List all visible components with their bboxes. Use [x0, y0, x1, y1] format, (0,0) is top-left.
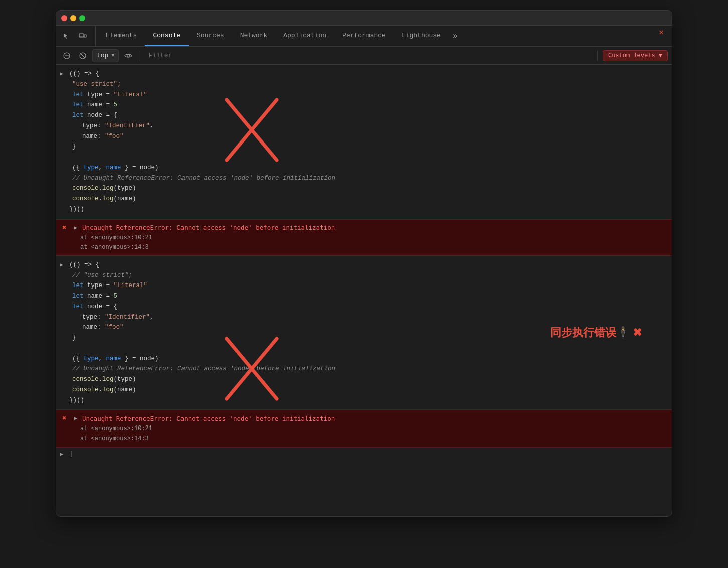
code-line — [56, 152, 672, 163]
code-line: ({ type , name } = node) — [56, 354, 672, 364]
context-dropdown[interactable]: top ▼ — [92, 49, 119, 62]
code-line: type: "Identifier" , — [56, 121, 672, 131]
traffic-lights — [61, 15, 85, 21]
svg-point-7 — [127, 54, 130, 57]
error-icon: ✖ — [62, 223, 70, 233]
chevron-down-icon: ▼ — [111, 53, 114, 58]
svg-line-6 — [81, 54, 85, 58]
error-block-2: ✖ ▶ Uncaught ReferenceError: Cannot acce… — [56, 410, 672, 447]
code-block-2: ▶ (() => { // "use strict"; let type = "… — [56, 256, 672, 410]
block-icon[interactable] — [76, 49, 89, 62]
device-toolbar-icon[interactable] — [76, 30, 89, 43]
error-message-2: Uncaught ReferenceError: Cannot access '… — [82, 414, 335, 424]
more-tabs-button[interactable]: » — [449, 26, 462, 46]
prompt-arrow: ▶ — [60, 451, 66, 457]
title-bar — [56, 11, 672, 26]
code-line: } — [56, 333, 672, 343]
code-line: // "use strict"; — [56, 270, 672, 281]
code-line: name: "foo" — [56, 131, 672, 142]
console-toolbar: top ▼ Custom levels ▼ — [56, 47, 672, 65]
code-line: let type = "Literal" — [56, 280, 672, 291]
tab-lighthouse[interactable]: Lighthouse — [394, 26, 449, 46]
live-expressions-button[interactable] — [122, 49, 135, 62]
code-line: console . log (type) — [56, 183, 672, 194]
devtools-window: Elements Console Sources Network Applica… — [56, 10, 672, 517]
code-line — [56, 343, 672, 354]
custom-levels-button[interactable]: Custom levels ▼ — [603, 50, 668, 61]
code-section-1: ▶ (() => { "use strict"; let type = "Lit… — [56, 65, 672, 219]
code-line: let name = 5 — [56, 291, 672, 302]
tab-sources[interactable]: Sources — [189, 26, 232, 46]
error-expand-arrow-2[interactable]: ▶ — [74, 415, 77, 422]
console-prompt[interactable]: ▶ | — [56, 447, 672, 461]
code-line: console . log (name) — [56, 385, 672, 395]
separator-2 — [597, 51, 598, 61]
error-main-line-1: ✖ ▶ Uncaught ReferenceError: Cannot acce… — [62, 223, 666, 233]
tab-performance[interactable]: Performance — [334, 26, 394, 46]
code-line: } — [56, 141, 672, 152]
code-line: ▶ (() => { — [56, 260, 672, 270]
expand-arrow-2[interactable]: ▶ — [60, 261, 66, 269]
svg-rect-0 — [79, 34, 84, 37]
code-line: // Uncaught ReferenceError: Cannot acces… — [56, 173, 672, 184]
close-devtools-button[interactable]: ✕ — [655, 26, 668, 39]
tab-application[interactable]: Application — [275, 26, 334, 46]
tab-console[interactable]: Console — [145, 26, 189, 46]
error-at-2: at <anonymous>:14:3 — [62, 243, 666, 252]
code-line: ▶ })() — [56, 395, 672, 406]
tab-icons — [60, 26, 96, 46]
error-icon-2: ✖ — [62, 413, 70, 424]
code-section-2: ▶ (() => { // "use strict"; let type = "… — [56, 256, 672, 410]
expand-arrow[interactable]: ▶ — [60, 70, 66, 78]
code-block-1: ▶ (() => { "use strict"; let type = "Lit… — [56, 65, 672, 219]
code-line: console . log (type) — [56, 374, 672, 385]
code-line: let node = { — [56, 302, 672, 312]
code-line: // Uncaught ReferenceError: Cannot acces… — [56, 364, 672, 374]
code-line: ▶ (() => { — [56, 69, 672, 79]
code-line: ▶ })() — [56, 204, 672, 215]
console-output[interactable]: ▶ (() => { "use strict"; let type = "Lit… — [56, 65, 672, 516]
code-line: "use strict"; — [56, 79, 672, 90]
clear-console-button[interactable] — [60, 49, 73, 62]
error-main-line-2: ✖ ▶ Uncaught ReferenceError: Cannot acce… — [62, 413, 666, 424]
code-line: console . log (name) — [56, 194, 672, 204]
svg-rect-1 — [84, 35, 86, 37]
code-line: ({ type , name } = node) — [56, 163, 672, 173]
code-line: let name = 5 — [56, 100, 672, 110]
error-message-1: Uncaught ReferenceError: Cannot access '… — [82, 223, 335, 233]
code-line: name: "foo" — [56, 322, 672, 333]
select-element-icon[interactable] — [60, 30, 73, 43]
minimize-button[interactable] — [70, 15, 76, 21]
error-expand-arrow[interactable]: ▶ — [74, 224, 77, 232]
separator — [140, 51, 140, 61]
close-button[interactable] — [61, 15, 67, 21]
error-at-4: at <anonymous>:14:3 — [62, 434, 666, 444]
error-block-1: ✖ ▶ Uncaught ReferenceError: Cannot acce… — [56, 219, 672, 256]
tab-network[interactable]: Network — [232, 26, 276, 46]
prompt-cursor: | — [69, 451, 73, 458]
code-line: type: "Identifier" , — [56, 312, 672, 323]
tab-bar: Elements Console Sources Network Applica… — [56, 26, 672, 47]
maximize-button[interactable] — [79, 15, 85, 21]
tab-elements[interactable]: Elements — [98, 26, 145, 46]
error-at-1: at <anonymous>:10:21 — [62, 233, 666, 243]
filter-input[interactable] — [145, 51, 592, 60]
code-line: let node = { — [56, 110, 672, 121]
error-at-3: at <anonymous>:10:21 — [62, 424, 666, 434]
code-line: let type = "Literal" — [56, 90, 672, 100]
